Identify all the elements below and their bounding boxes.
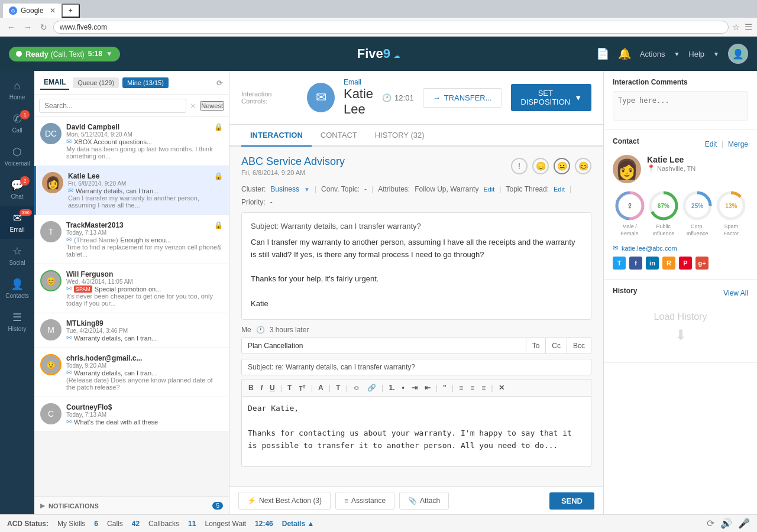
rss-icon[interactable]: R [662,257,675,270]
menu-icon[interactable]: ☰ [745,22,752,33]
view-all-btn[interactable]: View All [723,289,748,297]
happy-icon[interactable]: 😊 [575,158,591,174]
list-item[interactable]: 👩 Katie Lee 🔒 Fri, 6/8/2014, 9:20 AM ✉ W… [34,166,229,215]
list-item[interactable]: DC David Campbell 🔒 Mon, 5/12/2014, 9:20… [34,117,229,166]
color-btn[interactable]: A [315,382,326,394]
ol-btn[interactable]: 1. [386,382,397,394]
volume-icon[interactable]: 🔊 [720,518,732,529]
actions-btn[interactable]: Actions [640,50,665,59]
merge-btn[interactable]: Merge [728,140,748,148]
sidebar-item-history[interactable]: ☰ History [0,305,34,338]
refresh-acd-icon[interactable]: ⟳ [707,518,714,529]
tab-history[interactable]: HISTORY (32) [366,125,434,147]
address-bar[interactable] [53,21,729,34]
sidebar-item-contacts[interactable]: 👤 Contacts [0,272,34,305]
outdent-btn[interactable]: ⇤ [422,382,434,394]
contact-email[interactable]: katie.lee@abc.com [622,245,677,252]
browser-tab-google[interactable]: G Google ✕ [3,4,62,18]
clear-btn[interactable]: ✕ [496,382,507,394]
sidebar-item-social[interactable]: ☆ Social [0,239,34,272]
assistance-btn[interactable]: ≡ Assistance [335,492,394,510]
pinterest-icon[interactable]: P [679,257,692,270]
tab-contact[interactable]: CONTACT [312,125,366,147]
details-btn[interactable]: Details ▲ [282,520,315,528]
bookmark-icon[interactable]: ☆ [732,22,740,33]
sidebar-item-voicemail[interactable]: ⬡ Voicemail [0,140,34,173]
font-btn[interactable]: T [284,382,295,394]
next-best-action-btn[interactable]: ⚡ Next Best Action (3) [238,492,331,510]
align-left-btn[interactable]: ≡ [456,382,466,394]
neutral-icon[interactable]: 😐 [554,158,570,174]
emoji-btn[interactable]: ☺ [350,382,363,394]
link-btn[interactable]: 🔗 [364,382,379,394]
tab-email[interactable]: EMAIL [40,76,69,90]
underline-btn[interactable]: U [267,382,278,394]
user-avatar[interactable]: 👤 [728,44,748,64]
search-input[interactable] [39,99,186,113]
forward-btn[interactable]: → [21,21,34,33]
list-item[interactable]: 😟 chris.hoder@gmail.c... Today, 9:20 AM … [34,348,229,397]
subject-line: Subject: Warranty details, can I transfe… [251,222,582,231]
bold-btn[interactable]: B [245,382,257,394]
alert-icon[interactable]: ! [511,158,528,174]
list-item[interactable]: 😊 Will Ferguson Wed, 4/3/2014, 11:05 AM … [34,264,229,313]
new-tab-btn[interactable]: + [62,4,80,18]
page-icon[interactable]: 📄 [596,47,609,60]
indent-btn[interactable]: ⇥ [409,382,420,394]
reply-subject-field[interactable] [241,359,591,375]
tab-interaction[interactable]: INTERACTION [241,125,312,147]
help-btn[interactable]: Help [688,50,704,59]
cluster-value[interactable]: Business [270,185,299,193]
to-btn[interactable]: To [526,338,546,354]
sort-btn[interactable]: Newest [200,101,224,111]
linkedin-icon[interactable]: in [646,257,659,270]
transfer-btn[interactable]: → TRANSFER... [423,88,502,108]
tab-close-btn[interactable]: ✕ [50,7,56,15]
search-clear-icon[interactable]: ✕ [190,102,196,111]
attach-btn[interactable]: 📎 Attach [399,492,449,510]
mic-icon[interactable]: 🎤 [738,518,750,529]
fontsize-btn[interactable]: TT [296,382,308,394]
refresh-icon[interactable]: ⟳ [216,79,223,87]
email-preview: (Release date) Does anyone know planned … [66,377,223,391]
cc-btn[interactable]: Cc [546,338,567,354]
sidebar-item-home[interactable]: ⌂ Home [0,74,34,106]
download-icon[interactable]: ⬇ [625,327,736,343]
align-right-btn[interactable]: ≡ [478,382,489,394]
quote-btn[interactable]: " [440,382,449,394]
call-badge: 1 [20,110,30,119]
disposition-btn[interactable]: SET DISPOSITION ▼ [511,84,591,111]
text-color-btn[interactable]: T [333,382,343,394]
send-btn[interactable]: SEND [549,492,594,510]
sidebar-item-call[interactable]: 1 ✆ Call [0,106,34,140]
topic-thread-edit[interactable]: Edit [554,186,565,193]
list-item[interactable]: M MTLking89 Tue, 4/2/2014, 3:46 PM ✉ War… [34,313,229,348]
reply-template-select[interactable]: Plan Cancellation [241,338,526,354]
list-item[interactable]: C CourtneyFlo$ Today, 7:13 AM ✉ What's t… [34,397,229,432]
sidebar-item-chat[interactable]: 2 💬 Chat [0,173,34,206]
reply-body-field[interactable]: Dear Katie, Thanks for contacting us abo… [241,396,591,467]
list-item[interactable]: T TrackMaster2013 🔒 Today, 7:13 AM ✉ (Th… [34,215,229,264]
facebook-icon[interactable]: f [629,257,642,270]
ul-btn[interactable]: • [399,382,407,394]
sad-icon[interactable]: 😞 [532,158,549,174]
status-dropdown-arrow[interactable]: ▼ [106,50,113,58]
sidebar-item-email[interactable]: 396 ✉ Email [0,206,34,239]
back-btn[interactable]: ← [5,21,18,33]
sender-name: MTLking89 [66,319,103,327]
bell-icon[interactable]: 🔔 [618,47,631,60]
cluster-dropdown[interactable]: ▼ [304,186,310,193]
bcc-btn[interactable]: Bcc [567,338,591,354]
notifications-section[interactable]: ▶ NOTIFICATIONS 5 [34,497,229,514]
googleplus-icon[interactable]: g+ [695,257,709,270]
italic-btn[interactable]: I [258,382,266,394]
align-center-btn[interactable]: ≡ [467,382,477,394]
mine-btn[interactable]: Mine (13/15) [122,77,169,88]
attributes-edit[interactable]: Edit [483,186,494,193]
reload-btn[interactable]: ↻ [38,21,50,33]
status-badge[interactable]: Ready (Call, Text) 5:18 ▼ [9,47,120,61]
edit-btn[interactable]: Edit [705,140,717,148]
queue-btn[interactable]: Queue (129) [73,77,119,88]
twitter-icon[interactable]: T [613,257,626,270]
comments-field[interactable] [613,91,748,121]
